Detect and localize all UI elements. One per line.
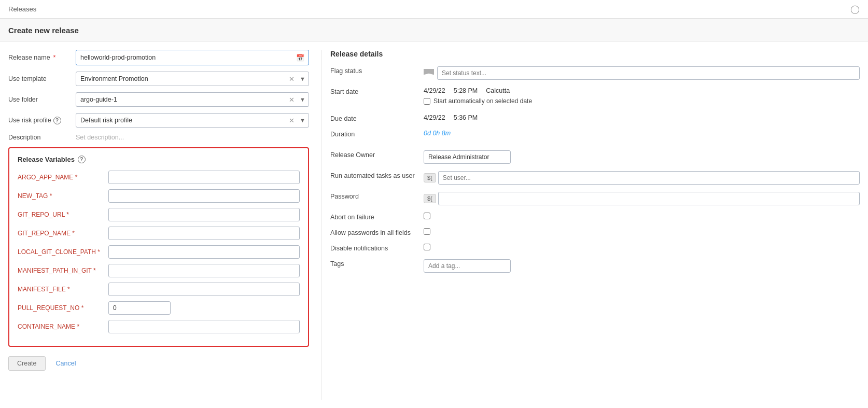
left-panel: Release name * 📅 Use template Environmen… (8, 50, 309, 400)
release-owner-value (424, 150, 860, 164)
use-folder-label: Use folder (8, 96, 76, 103)
release-owner-label: Release Owner (330, 150, 424, 159)
due-date-date: 4/29/22 (424, 114, 445, 121)
var-input-container-name[interactable] (108, 320, 300, 333)
status-text-input[interactable] (437, 66, 860, 80)
var-row-new-tag: NEW_TAG * (18, 189, 300, 203)
dropdown-arrow-risk: ▼ (297, 117, 309, 123)
clear-template-icon[interactable]: ✕ (287, 75, 297, 83)
use-template-label: Use template (8, 75, 76, 82)
start-date-row: Start date 4/29/22 5:28 PM Calcutta Star… (330, 87, 860, 107)
set-user-input[interactable] (438, 171, 860, 185)
var-input-manifest-path-in-git[interactable] (108, 264, 300, 277)
flag-status-row: Flag status (330, 66, 860, 80)
var-label-manifest-path-in-git: MANIFEST_PATH_IN_GIT * (18, 267, 108, 274)
var-input-pull-request-no[interactable] (108, 301, 171, 315)
dollar-badge-user: ${ (424, 173, 436, 182)
dollar-badge-password: ${ (424, 194, 436, 203)
var-label-pull-request-no: PULL_REQUEST_NO * (18, 304, 108, 312)
tags-input[interactable] (424, 259, 511, 273)
start-auto-label: Start automatically on selected date (433, 97, 532, 105)
due-date-row: Due date 4/29/22 5:36 PM (330, 114, 860, 122)
release-name-label: Release name * (8, 54, 76, 61)
disable-notifications-checkbox[interactable] (424, 244, 430, 250)
release-name-input[interactable] (76, 50, 292, 65)
start-date-date: 4/29/22 (424, 87, 445, 94)
var-input-git-repo-url[interactable] (108, 208, 300, 221)
flag-icon (424, 69, 434, 77)
disable-notifications-row: Disable notifications (330, 244, 860, 252)
abort-on-failure-row: Abort on failure (330, 213, 860, 221)
var-label-local-git-clone-path: LOCAL_GIT_CLONE_PATH * (18, 248, 108, 256)
description-row: Description Set description... (8, 134, 309, 141)
var-row-manifest-path-in-git: MANIFEST_PATH_IN_GIT * (18, 264, 300, 277)
use-risk-profile-label: Use risk profile ? (8, 117, 76, 124)
start-auto-checkbox[interactable] (424, 98, 430, 105)
use-template-row: Use template Environment Promotion ✕ ▼ (8, 72, 309, 86)
page-header: Create new release (0, 19, 868, 41)
var-label-git-repo-url: GIT_REPO_URL * (18, 211, 108, 218)
var-label-manifest-file: MANIFEST_FILE * (18, 286, 108, 293)
abort-on-failure-label: Abort on failure (330, 213, 424, 221)
start-date-tz: Calcutta (486, 87, 510, 94)
password-label: Password (330, 192, 424, 200)
var-label-argo-app-name: ARGO_APP_NAME * (18, 174, 108, 181)
dropdown-arrow-folder: ▼ (297, 96, 309, 103)
duration-text: 0d 0h 8m (424, 130, 451, 137)
use-template-select[interactable]: Environment Promotion (76, 72, 287, 86)
var-input-new-tag[interactable] (108, 189, 300, 203)
risk-profile-help-icon[interactable]: ? (53, 117, 61, 124)
start-date-value: 4/29/22 5:28 PM Calcutta Start automatic… (424, 87, 860, 107)
var-row-pull-request-no: PULL_REQUEST_NO * (18, 301, 300, 315)
clear-folder-icon[interactable]: ✕ (287, 96, 297, 104)
top-bar: Releases ◯ (0, 0, 868, 19)
use-folder-row: Use folder argo-guide-1 ✕ ▼ (8, 92, 309, 107)
main-content: Release name * 📅 Use template Environmen… (0, 41, 868, 408)
help-icon[interactable]: ◯ (850, 4, 860, 14)
clear-risk-icon[interactable]: ✕ (287, 117, 297, 124)
start-auto-row: Start automatically on selected date (424, 97, 860, 105)
calendar-icon: 📅 (292, 54, 309, 62)
release-details-title: Release details (330, 50, 860, 58)
release-owner-input[interactable] (424, 150, 511, 164)
due-date-time: 5:36 PM (454, 114, 478, 121)
tags-row: Tags (330, 259, 860, 273)
var-input-git-repo-name[interactable] (108, 227, 300, 240)
use-folder-select[interactable]: argo-guide-1 (76, 93, 287, 106)
disable-notifications-label: Disable notifications (330, 244, 424, 252)
var-row-manifest-file: MANIFEST_FILE * (18, 283, 300, 296)
var-row-container-name: CONTAINER_NAME * (18, 320, 300, 333)
release-owner-row: Release Owner (330, 150, 860, 164)
var-input-argo-app-name[interactable] (108, 171, 300, 184)
start-date-time: 5:28 PM (454, 87, 478, 94)
var-input-manifest-file[interactable] (108, 283, 300, 296)
var-label-git-repo-name: GIT_REPO_NAME * (18, 230, 108, 237)
due-date-row-values: 4/29/22 5:36 PM (424, 114, 860, 121)
password-input[interactable] (438, 192, 860, 205)
var-row-git-repo-url: GIT_REPO_URL * (18, 208, 300, 221)
start-date-row-values: 4/29/22 5:28 PM Calcutta (424, 87, 860, 94)
allow-passwords-row: Allow passwords in all fields (330, 228, 860, 236)
bottom-buttons: Create Cancel (8, 356, 309, 371)
duration-value: 0d 0h 8m (424, 130, 860, 137)
allow-passwords-checkbox[interactable] (424, 228, 430, 235)
run-auto-label: Run automated tasks as user (330, 171, 424, 179)
use-template-select-wrapper: Environment Promotion ✕ ▼ (76, 72, 309, 86)
description-placeholder[interactable]: Set description... (76, 134, 309, 141)
duration-label: Duration (330, 130, 424, 138)
release-vars-help-icon[interactable]: ? (78, 156, 86, 163)
cancel-button[interactable]: Cancel (51, 357, 81, 370)
due-date-value: 4/29/22 5:36 PM (424, 114, 860, 121)
release-variables-box: Release Variables ? ARGO_APP_NAME * NEW_… (8, 147, 309, 347)
description-label: Description (8, 134, 76, 141)
password-wrapper: ${ (424, 192, 860, 205)
create-button[interactable]: Create (8, 356, 46, 371)
use-risk-profile-select[interactable]: Default risk profile (76, 114, 287, 127)
release-name-wrapper: 📅 (76, 50, 309, 65)
release-vars-title: Release Variables ? (18, 156, 300, 163)
abort-on-failure-checkbox[interactable] (424, 213, 430, 219)
var-row-local-git-clone-path: LOCAL_GIT_CLONE_PATH * (18, 245, 300, 259)
var-input-local-git-clone-path[interactable] (108, 245, 300, 259)
app-title: Releases (8, 5, 36, 13)
due-date-label: Due date (330, 114, 424, 122)
